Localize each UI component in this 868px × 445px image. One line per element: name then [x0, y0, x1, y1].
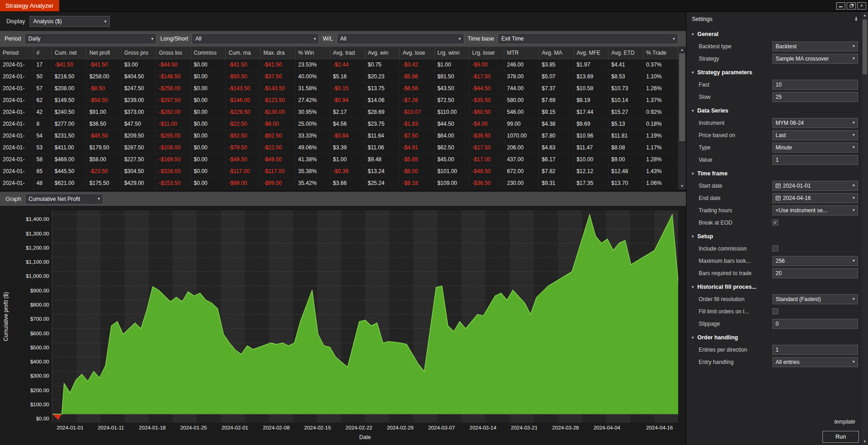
bars-required-to-trade-input[interactable]: 20	[772, 268, 858, 278]
table-cell: -$256.00	[156, 83, 191, 95]
chart-plot-area[interactable]	[52, 210, 678, 423]
include-commission-checkbox[interactable]	[772, 246, 778, 251]
section-header-strategy-parameters[interactable]: ▼Strategy parameters	[686, 66, 861, 78]
table-row[interactable]: 2024-01-62$149.50-$58.50$239.00-$297.50$…	[0, 95, 678, 107]
price-based-on-dropdown[interactable]: Last▼	[772, 130, 858, 140]
template-label[interactable]: template	[686, 419, 868, 429]
section-header-time-frame[interactable]: ▼Time frame	[686, 168, 861, 179]
column-header-mtr[interactable]: MTR	[504, 47, 539, 59]
column-header-cum-net[interactable]: Cum. net	[52, 47, 86, 59]
column-header-commiss[interactable]: Commiss	[191, 47, 226, 59]
table-cell: 27.42%	[295, 95, 330, 107]
column-header-avg-ma[interactable]: Avg. MA	[539, 47, 574, 59]
pin-icon[interactable]	[853, 16, 859, 22]
time-base-label: Time base	[468, 36, 494, 42]
column-header-gross-pro[interactable]: Gross pro	[122, 47, 156, 59]
column-header-[interactable]: #	[34, 47, 52, 59]
table-cell: $3.66	[330, 178, 365, 189]
backtest-type-dropdown[interactable]: Backtest▼	[772, 41, 858, 51]
table-row[interactable]: 2024-01-42$240.50$91.00$373.00-$282.00$0…	[0, 107, 678, 118]
table-cell: -$8.18	[400, 178, 434, 189]
table-scrollbar[interactable]: ▲ ▼	[678, 46, 686, 189]
display-dropdown[interactable]: Analysis ($) ▼	[30, 16, 110, 27]
column-header-trade[interactable]: % Trade	[644, 47, 678, 59]
column-header-lrg-loser[interactable]: Lrg. loser	[469, 47, 504, 59]
type-dropdown[interactable]: Minute▼	[772, 143, 858, 153]
column-header-cum-ma[interactable]: Cum. ma	[226, 47, 260, 59]
column-header-avg-lose[interactable]: Avg. lose	[400, 47, 434, 59]
trading-hours-dropdown[interactable]: <Use instrument se...▼	[772, 205, 858, 215]
column-header-net-profi[interactable]: Net profi	[86, 47, 121, 59]
instrument-dropdown[interactable]: MYM 06-24▼	[772, 118, 858, 128]
column-header-avg-mfe[interactable]: Avg. MFE	[574, 47, 609, 59]
table-row[interactable]: 2024-01-50$216.50$258.00$404.50-$146.50$…	[0, 71, 678, 83]
table-cell: -$7.50	[400, 130, 434, 142]
end-date-dropdown[interactable]: 2024-04-16▼	[772, 193, 858, 203]
table-row[interactable]: 2024-01-53$411.00$179.50$287.50-$108.00$…	[0, 142, 678, 154]
section-header-setup[interactable]: ▼Setup	[686, 230, 861, 242]
column-header-avg-etd[interactable]: Avg. ETD	[609, 47, 643, 59]
section-header-historical-fill-proces[interactable]: ▼Historical fill proces...	[686, 281, 861, 293]
table-cell: -$255.00	[156, 130, 191, 142]
scrollbar-track[interactable]	[678, 53, 686, 183]
setting-row-start-date: Start date2024-01-01▼	[686, 179, 861, 192]
maximum-bars-look-dropdown[interactable]: 256▼	[772, 256, 858, 266]
entry-handling-dropdown[interactable]: All entries▼	[772, 357, 858, 367]
table-cell: $227.50	[122, 154, 156, 166]
table-cell: -$92.50	[226, 130, 260, 142]
column-header-max-dra[interactable]: Max. dra	[261, 47, 295, 59]
start-date-dropdown[interactable]: 2024-01-01▼	[772, 181, 858, 191]
value-input[interactable]: 1	[772, 155, 858, 165]
fill-limit-orders-on-t-checkbox[interactable]	[772, 308, 778, 314]
table-cell: $17.44	[574, 107, 609, 118]
setting-label: Order fill resolution	[699, 296, 772, 302]
window-tab[interactable]: Strategy Analyzer	[0, 0, 59, 11]
slippage-input[interactable]: 0	[772, 319, 858, 329]
break-at-eod-checkbox[interactable]: ✓	[772, 220, 778, 225]
column-header-period[interactable]: Period	[0, 47, 34, 59]
table-row[interactable]: 2024-01-57$208.00-$8.50$247.50-$256.00$0…	[0, 83, 678, 95]
table-cell: $4.56	[330, 118, 365, 130]
scroll-up-icon[interactable]: ▲	[678, 46, 686, 53]
scrollbar-track[interactable]	[862, 19, 868, 438]
table-row[interactable]: 2024-01-54$231.50-$45.50$209.50-$255.00$…	[0, 130, 678, 142]
column-header-avg-win[interactable]: Avg. win	[365, 47, 400, 59]
wl-dropdown[interactable]: All▼	[337, 33, 464, 44]
time-base-dropdown[interactable]: Exit Time▼	[497, 33, 678, 44]
column-header-avg-trad[interactable]: Avg. trad	[330, 47, 365, 59]
table-cell: 2024-01-	[0, 166, 34, 178]
table-row[interactable]: 2024-01-8$277.00$36.50$47.50-$11.00$0.00…	[0, 118, 678, 130]
long-short-dropdown[interactable]: All▼	[192, 33, 319, 44]
table-row[interactable]: 2024-01-17-$41.50-$41.50$3.00-$44.50$0.0…	[0, 59, 678, 71]
graph-type-dropdown[interactable]: Cumulative Net Profit▼	[25, 194, 103, 205]
order-fill-resolution-dropdown[interactable]: Standard (Fastest)▼	[772, 294, 858, 304]
settings-scrollbar[interactable]: ▲ ▼	[862, 12, 868, 445]
section-header-general[interactable]: ▼General	[686, 28, 861, 40]
fast-input[interactable]: 10	[772, 80, 858, 90]
section-title: Strategy parameters	[697, 69, 752, 76]
strategy-dropdown[interactable]: Sample MA crossover▼	[772, 54, 858, 64]
slow-input[interactable]: 25	[772, 92, 858, 102]
table-row[interactable]: 2024-01-65$445.50-$23.50$304.50-$328.00$…	[0, 166, 678, 178]
section-header-data-series[interactable]: ▼Data Series	[686, 105, 861, 117]
table-row[interactable]: 2024-01-48$621.00$175.50$429.00-$253.50$…	[0, 178, 678, 189]
period-dropdown[interactable]: Daily▼	[25, 33, 157, 44]
table-cell: $12.12	[574, 166, 609, 178]
table-row[interactable]: 2024-01-58$469.00$58.00$227.50-$169.50$0…	[0, 154, 678, 166]
close-button[interactable]: ×	[857, 2, 866, 10]
entries-per-direction-input[interactable]: 1	[772, 345, 858, 355]
section-header-order-handling[interactable]: ▼Order handling	[686, 332, 861, 343]
restore-button[interactable]	[847, 2, 856, 10]
column-header-lrg-winn[interactable]: Lrg. winn	[435, 47, 469, 59]
scroll-down-icon[interactable]: ▼	[862, 438, 868, 445]
scroll-down-icon[interactable]: ▼	[678, 183, 686, 189]
column-header-gross-los[interactable]: Gross los	[156, 47, 191, 59]
minimize-button[interactable]	[836, 2, 845, 10]
scroll-up-icon[interactable]: ▲	[862, 12, 868, 19]
scrollbar-thumb[interactable]	[863, 20, 867, 74]
table-cell: 33.33%	[295, 130, 330, 142]
table-cell: $7.80	[539, 130, 574, 142]
column-header-win[interactable]: % Win	[295, 47, 330, 59]
run-button[interactable]: Run	[822, 431, 859, 443]
scrollbar-thumb[interactable]	[679, 53, 685, 141]
